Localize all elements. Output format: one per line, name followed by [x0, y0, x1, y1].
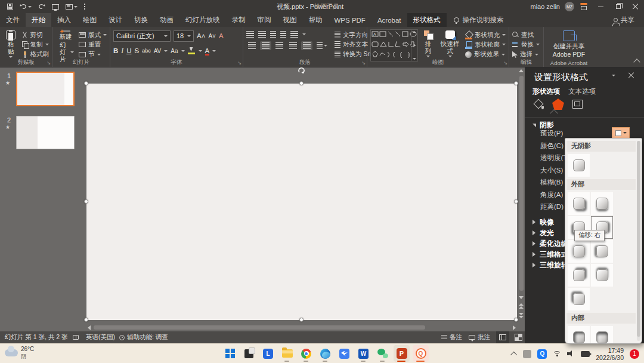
bold-button[interactable]: B [113, 47, 118, 54]
align-left-button[interactable] [246, 41, 258, 50]
taskbar-app-shield[interactable]: L [260, 345, 276, 362]
clear-formatting-button[interactable]: A [219, 32, 224, 39]
tab-view[interactable]: 视图 [277, 13, 303, 27]
decrease-indent-icon[interactable] [270, 31, 276, 38]
scroll-right-arrow[interactable] [513, 325, 516, 330]
align-right-button[interactable] [274, 41, 285, 50]
tab-animations[interactable]: 动画 [154, 13, 179, 27]
panel-tab-text-options[interactable]: 文本选项 [568, 87, 596, 96]
tell-me-search[interactable]: 操作说明搜索 [454, 13, 504, 27]
shadow-preset-tile-1-8[interactable] [568, 288, 590, 310]
scroll-left-arrow[interactable] [88, 325, 91, 330]
tab-record[interactable]: 录制 [226, 13, 252, 27]
panel-section-1[interactable]: 发光 [532, 227, 568, 238]
size-properties-tab-icon[interactable] [572, 100, 583, 109]
horizontal-scrollbar[interactable] [86, 324, 517, 331]
tab-insert[interactable]: 插入 [51, 13, 77, 27]
taskbar-app-chrome[interactable] [298, 345, 314, 362]
panel-close-icon[interactable] [628, 72, 634, 78]
language-indicator[interactable]: 英语(美国) [86, 331, 115, 343]
panel-section-3[interactable]: 三维格式 [532, 249, 568, 260]
clipboard-dialog-launcher[interactable]: ↘ [47, 61, 51, 66]
find-button[interactable]: 查找 [512, 30, 540, 39]
shadow-preset-tile-1-0[interactable] [568, 192, 590, 215]
ribbon-display-options-icon[interactable] [580, 3, 589, 10]
panel-options-dropdown-icon[interactable] [612, 75, 615, 76]
tab-draw[interactable]: 绘图 [77, 13, 103, 27]
section-button[interactable]: 节 [79, 50, 107, 59]
paragraph-dialog-launcher[interactable]: ↘ [361, 61, 366, 66]
close-button[interactable] [627, 0, 644, 13]
camera-icon[interactable] [581, 351, 590, 357]
tab-file[interactable]: 文件 [0, 13, 26, 27]
align-center-button[interactable] [260, 41, 271, 50]
shape-fill-button[interactable]: 形状填充 [465, 30, 506, 39]
layout-button[interactable]: 版式 [79, 30, 107, 39]
font-size-combobox[interactable]: 18 [174, 30, 194, 42]
resize-handle-bottom-left[interactable] [84, 318, 88, 322]
increase-indent-icon[interactable] [280, 31, 286, 38]
resize-handle-middle-left[interactable] [84, 199, 88, 204]
previous-slide-button[interactable] [519, 303, 524, 310]
collapse-ribbon-icon[interactable] [633, 59, 640, 65]
undo-icon[interactable] [20, 4, 32, 10]
slide-2-preview[interactable] [16, 116, 75, 149]
tab-acrobat[interactable]: Acrobat [371, 13, 407, 27]
taskbar-app-start[interactable] [222, 345, 238, 362]
panel-section-0[interactable]: 映像 [532, 217, 568, 227]
resize-handle-top-right[interactable] [514, 81, 518, 85]
save-icon[interactable] [7, 4, 13, 10]
notification-badge[interactable]: 1 [630, 349, 639, 359]
tab-wps-pdf[interactable]: WPS PDF [329, 13, 371, 27]
shapes-gallery-scroll[interactable] [411, 30, 417, 61]
underline-button[interactable]: U [126, 47, 131, 54]
shadow-text-button[interactable]: abc [142, 48, 151, 54]
resize-handle-top-left[interactable] [84, 81, 88, 85]
clock[interactable]: 17:49 2022/6/30 [596, 347, 624, 361]
taskbar-app-word[interactable]: W [355, 345, 371, 362]
font-dialog-launcher[interactable]: ↘ [237, 61, 242, 66]
horizontal-scroll-thumb[interactable] [94, 325, 425, 330]
scroll-down-arrow[interactable] [519, 296, 524, 299]
shadow-preset-tile-1-6[interactable] [568, 264, 590, 287]
taskbar-app-folder[interactable] [279, 345, 295, 362]
weather-widget[interactable]: 26°C 阴 [5, 346, 34, 360]
minimize-button[interactable] [592, 0, 609, 13]
restore-button[interactable] [609, 0, 627, 13]
tab-help[interactable]: 帮助 [303, 13, 329, 27]
shape-outline-button[interactable]: 形状轮廓 [465, 40, 506, 49]
qat-more-icon[interactable] [84, 6, 85, 7]
accessibility-status[interactable]: 辅助功能: 调查 [119, 331, 168, 343]
notes-button[interactable]: 备注 [441, 331, 462, 343]
avatar[interactable]: MZ [565, 2, 574, 11]
vertical-scrollbar[interactable] [518, 68, 525, 322]
arrange-button[interactable]: 排列 [421, 29, 435, 59]
tab-shape-format[interactable]: 形状格式 [407, 13, 447, 27]
numbering-icon[interactable] [258, 31, 266, 38]
rotation-handle[interactable] [297, 66, 306, 75]
italic-button[interactable]: I [121, 47, 123, 54]
tray-overflow-icon[interactable] [510, 351, 517, 358]
start-slideshow-icon[interactable] [52, 4, 59, 10]
panel-tab-shape-options[interactable]: 形状选项 [532, 87, 560, 96]
vertical-scroll-thumb[interactable] [519, 76, 524, 291]
select-button[interactable]: 选择 [512, 50, 540, 59]
next-slide-button[interactable] [519, 313, 524, 319]
shadow-preset-tile-1-7[interactable] [591, 264, 613, 287]
normal-view-button[interactable] [496, 331, 509, 343]
resize-handle-bottom-right[interactable] [514, 318, 518, 322]
resize-handle-top-center[interactable] [299, 81, 304, 85]
panel-section-2[interactable]: 柔化边缘 [532, 238, 568, 249]
layout-icon[interactable] [66, 4, 78, 10]
taskbar-app-taskview[interactable] [241, 345, 257, 362]
panel-section-4[interactable]: 三维旋转 [532, 260, 568, 270]
tray-app-icon[interactable] [523, 350, 531, 358]
distribute-button[interactable] [301, 41, 312, 50]
slide-editing-canvas[interactable] [86, 84, 517, 320]
slide-thumbnail-1[interactable]: 1 ★ [0, 72, 83, 113]
text-highlight-icon[interactable] [188, 47, 196, 54]
shape-effects-button[interactable]: 形状效果 [465, 50, 506, 59]
scroll-up-arrow[interactable] [519, 69, 524, 72]
effects-tab-icon[interactable] [552, 99, 564, 110]
shadow-preset-tile-1-5[interactable] [591, 240, 613, 263]
